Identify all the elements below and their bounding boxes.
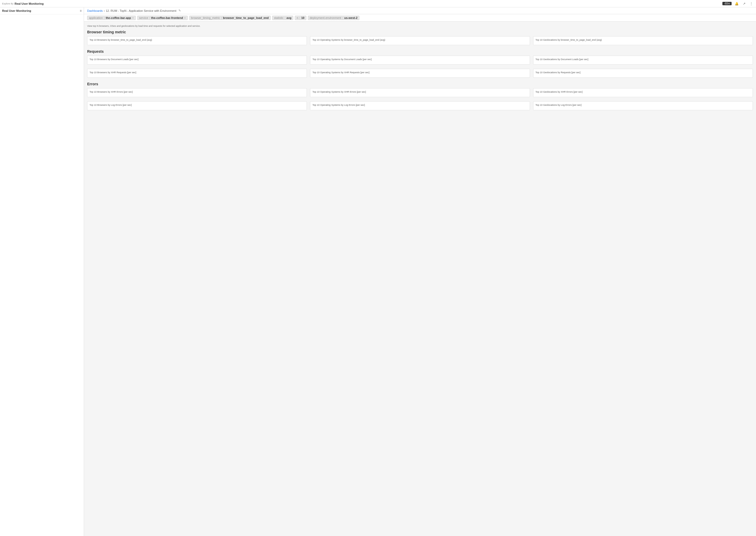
errors-grid-2: Top 10 Browsers by Log Errors [per sec] … bbox=[87, 101, 753, 110]
log-err-os-title: Top 10 Operating Systems by Log Errors [… bbox=[312, 104, 527, 106]
doc-os-title: Top 10 Operating Systems by Document Loa… bbox=[312, 58, 527, 61]
edit-dashboard-icon[interactable]: ✎ bbox=[179, 9, 181, 12]
xhr-geo-req-panel: Top 10 Geolocations by Requests [per sec… bbox=[533, 69, 753, 78]
browser-timing-section-title: Browser timing metric bbox=[87, 30, 753, 34]
share-icon[interactable]: ↗ bbox=[742, 1, 746, 6]
view-note: View top N browsers, OSes and geolocatio… bbox=[87, 25, 753, 27]
content-area: Dashboards › 12. RUM - TopN - Applicatio… bbox=[84, 7, 756, 536]
requests-grid-2: Top 10 Browsers by XHR Requests [per sec… bbox=[87, 69, 753, 78]
filter-service[interactable]: service : the-coffee-bar-frontend × bbox=[137, 16, 188, 20]
requests-grid-1: Top 10 Browsers by Document Loads [per s… bbox=[87, 56, 753, 65]
xhr-geo-req-title: Top 10 Geolocations by Requests [per sec… bbox=[536, 71, 750, 74]
xhr-err-geo-panel: Top 10 Geolocations by XHR Errors [per s… bbox=[533, 88, 753, 97]
browser-timing-grid: Top 10 Browsers by browser_time_to_page_… bbox=[87, 36, 753, 45]
filter-bar: application : the-coffee-bar-app × servi… bbox=[84, 14, 756, 21]
topbar: Explore By Real User Monitoring -60m 🔔 ↗… bbox=[0, 0, 756, 7]
geo-timing-panel: Top 10 Geolocations by browser_time_to_p… bbox=[533, 36, 753, 45]
topbar-left: Explore By Real User Monitoring bbox=[2, 2, 44, 5]
xhr-os-req-panel: Top 10 Operating Systems by XHR Requests… bbox=[310, 69, 530, 78]
topbar-right: -60m 🔔 ↗ ⋮ bbox=[722, 1, 754, 6]
sidebar: Real User Monitoring ≡ bbox=[0, 7, 84, 536]
browsers-timing-title: Top 10 Browsers by browser_time_to_page_… bbox=[89, 39, 305, 41]
main-layout: Real User Monitoring ≡ Dashboards › 12. … bbox=[0, 7, 756, 536]
doc-geo-panel: Top 10 Geolocations by Document Loads [p… bbox=[533, 56, 753, 65]
log-err-geo-panel: Top 10 Geolocations by Log Errors [per s… bbox=[533, 101, 753, 110]
filter-statistic[interactable]: statistic : avg bbox=[272, 16, 293, 20]
filter-metric[interactable]: browser_timing_metric : browser_time_to_… bbox=[189, 16, 271, 20]
bell-icon[interactable]: 🔔 bbox=[734, 1, 740, 6]
xhr-os-req-title: Top 10 Operating Systems by XHR Requests… bbox=[312, 71, 527, 74]
log-err-browsers-panel: Top 10 Browsers by Log Errors [per sec] bbox=[87, 101, 307, 110]
os-timing-title: Top 10 Operating Systems by browser_time… bbox=[312, 39, 527, 41]
xhr-browsers-req-title: Top 10 Browsers by XHR Requests [per sec… bbox=[89, 71, 305, 74]
log-err-browsers-title: Top 10 Browsers by Log Errors [per sec] bbox=[89, 104, 305, 106]
requests-section-title: Requests bbox=[87, 50, 753, 53]
filter-n[interactable]: n : 10 bbox=[295, 16, 306, 20]
xhr-err-browsers-title: Top 10 Browsers by XHR Errors [per sec] bbox=[89, 90, 305, 93]
log-err-geo-title: Top 10 Geolocations by Log Errors [per s… bbox=[536, 104, 750, 106]
errors-section-title: Errors bbox=[87, 82, 753, 86]
xhr-err-os-title: Top 10 Operating Systems by XHR Errors [… bbox=[312, 90, 527, 93]
filter-remove-app[interactable]: × bbox=[132, 16, 134, 19]
breadcrumb-sep1: › bbox=[104, 9, 105, 12]
sidebar-title: Real User Monitoring ≡ bbox=[0, 7, 84, 15]
errors-grid-1: Top 10 Browsers by XHR Errors [per sec] … bbox=[87, 88, 753, 97]
scroll-content: View top N browsers, OSes and geolocatio… bbox=[84, 21, 756, 536]
sidebar-title-text: Real User Monitoring bbox=[2, 9, 31, 12]
more-icon[interactable]: ⋮ bbox=[749, 1, 754, 6]
doc-browsers-title: Top 10 Browsers by Document Loads [per s… bbox=[89, 58, 305, 61]
filter-application[interactable]: application : the-coffee-bar-app × bbox=[87, 16, 136, 20]
time-badge[interactable]: -60m bbox=[722, 2, 732, 5]
xhr-browsers-req-panel: Top 10 Browsers by XHR Requests [per sec… bbox=[87, 69, 307, 78]
browsers-timing-panel: Top 10 Browsers by browser_time_to_page_… bbox=[87, 36, 307, 45]
log-err-os-panel: Top 10 Operating Systems by Log Errors [… bbox=[310, 101, 530, 110]
geo-timing-title: Top 10 Geolocations by browser_time_to_p… bbox=[536, 39, 750, 41]
os-timing-panel: Top 10 Operating Systems by browser_time… bbox=[310, 36, 530, 45]
doc-browsers-panel: Top 10 Browsers by Document Loads [per s… bbox=[87, 56, 307, 65]
breadcrumb-page: 12. RUM - TopN - Application Service wit… bbox=[106, 9, 177, 12]
filter-env[interactable]: deployment.environment : us-west-2 bbox=[308, 16, 359, 20]
breadcrumb-bar: Dashboards › 12. RUM - TopN - Applicatio… bbox=[84, 7, 756, 14]
filter-remove-svc[interactable]: × bbox=[184, 16, 185, 19]
xhr-err-browsers-panel: Top 10 Browsers by XHR Errors [per sec] bbox=[87, 88, 307, 97]
doc-geo-title: Top 10 Geolocations by Document Loads [p… bbox=[536, 58, 750, 61]
xhr-err-geo-title: Top 10 Geolocations by XHR Errors [per s… bbox=[536, 90, 750, 93]
explore-by-label: Explore By bbox=[2, 2, 14, 5]
topbar-title: Real User Monitoring bbox=[15, 2, 44, 5]
doc-os-panel: Top 10 Operating Systems by Document Loa… bbox=[310, 56, 530, 65]
sidebar-toggle[interactable]: ≡ bbox=[80, 9, 82, 13]
breadcrumb-dashboards[interactable]: Dashboards bbox=[87, 9, 103, 12]
xhr-err-os-panel: Top 10 Operating Systems by XHR Errors [… bbox=[310, 88, 530, 97]
